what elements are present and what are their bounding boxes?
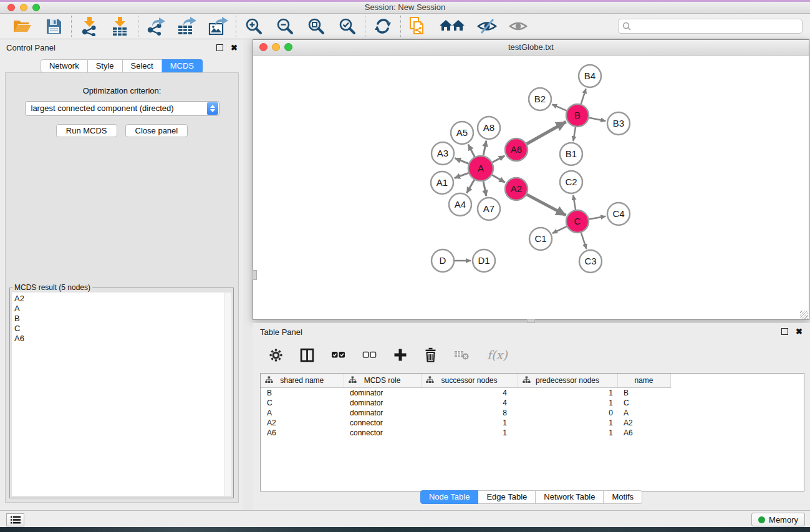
zoom-out-icon[interactable] [274, 16, 296, 37]
function-builder-icon[interactable]: f(x) [487, 348, 508, 362]
tab-network[interactable]: Network [41, 59, 88, 73]
float-panel-icon[interactable] [781, 328, 788, 335]
cell-role[interactable]: connector [344, 418, 421, 428]
cell-name[interactable]: A6 [617, 428, 670, 438]
cell-succ[interactable]: 1 [421, 418, 518, 428]
close-window-button[interactable] [7, 4, 15, 11]
network-maximize-button[interactable] [284, 43, 292, 51]
cell-shared[interactable]: C [261, 398, 344, 408]
tab-network-table[interactable]: Network Table [536, 490, 604, 504]
export-network-icon[interactable] [145, 16, 166, 37]
table-row[interactable]: Cdominator41C [261, 398, 670, 408]
import-table-icon[interactable] [110, 16, 131, 37]
edge-B-B3[interactable] [589, 118, 606, 121]
export-table-icon[interactable] [176, 16, 198, 37]
cell-succ[interactable]: 4 [421, 398, 518, 408]
close-panel-icon[interactable]: ✖ [796, 328, 803, 335]
edge-B-B1[interactable] [573, 127, 576, 142]
optimization-criterion-dropdown[interactable]: largest connected component (directed) [25, 101, 219, 116]
column-header-predecessor-nodes[interactable]: predecessor nodes [518, 374, 617, 388]
resize-grip-icon[interactable] [800, 311, 808, 319]
cell-shared[interactable]: A [261, 408, 344, 418]
cell-name[interactable]: C [617, 398, 670, 408]
cell-name[interactable]: A2 [617, 418, 670, 428]
edge-A-A7[interactable] [483, 181, 486, 196]
network-minimize-button[interactable] [272, 43, 280, 51]
result-item[interactable]: A2 [14, 294, 224, 304]
refresh-view-icon[interactable] [372, 16, 393, 37]
cell-name[interactable]: B [617, 388, 670, 399]
edge-A-A6[interactable] [493, 156, 505, 162]
search-input[interactable] [632, 21, 798, 32]
select-all-icon[interactable] [331, 348, 345, 362]
close-panel-icon[interactable]: ✖ [231, 44, 238, 51]
column-header-shared-name[interactable]: shared name [261, 374, 344, 388]
delete-column-icon[interactable] [424, 347, 437, 362]
cell-shared[interactable]: B [261, 388, 344, 399]
edge-C-C3[interactable] [581, 233, 587, 249]
float-panel-icon[interactable] [216, 44, 223, 51]
edge-C-C1[interactable] [552, 226, 567, 233]
edge-A-A4[interactable] [466, 180, 474, 193]
window-titlebar[interactable]: Session: New Session [0, 2, 810, 14]
hide-graphics-details-icon[interactable] [476, 16, 498, 37]
table-row[interactable]: Adominator80A [261, 408, 670, 418]
cell-succ[interactable]: 8 [421, 408, 518, 418]
task-history-button[interactable] [6, 513, 24, 526]
zoom-in-icon[interactable] [243, 16, 264, 37]
cell-name[interactable]: A [617, 408, 670, 418]
column-header-MCDS-role[interactable]: MCDS role [344, 374, 421, 388]
mcds-result-list[interactable]: A2ABCA6 [12, 293, 224, 496]
cell-pred[interactable]: 1 [518, 398, 617, 408]
tab-style[interactable]: Style [88, 59, 123, 73]
network-window-titlebar[interactable]: testGlobe.txt [253, 40, 809, 56]
table-row[interactable]: Bdominator41B [261, 388, 670, 399]
close-panel-button[interactable]: Close panel [125, 124, 188, 137]
result-scrollbar[interactable] [224, 293, 231, 496]
network-close-button[interactable] [259, 43, 268, 51]
settings-gear-icon[interactable] [269, 348, 283, 362]
result-item[interactable]: B [14, 314, 224, 324]
new-network-from-file-icon[interactable] [408, 16, 429, 37]
column-header-name[interactable]: name [617, 374, 670, 388]
column-header-successor-nodes[interactable]: successor nodes [421, 374, 518, 388]
show-graphics-details-icon[interactable] [508, 16, 529, 37]
zoom-selected-icon[interactable] [337, 16, 358, 37]
search-box[interactable] [618, 19, 803, 34]
splitpane-handle[interactable] [253, 270, 257, 280]
delete-table-icon[interactable] [454, 348, 470, 362]
edge-B-B2[interactable] [552, 104, 566, 110]
cell-pred[interactable]: 1 [518, 428, 617, 438]
edge-C-C4[interactable] [589, 216, 606, 220]
edge-B-B4[interactable] [581, 89, 586, 104]
show-columns-icon[interactable] [300, 348, 314, 362]
tab-node-table[interactable]: Node Table [420, 490, 479, 504]
dropdown-stepper-icon[interactable] [207, 102, 218, 115]
edge-A2-C[interactable] [527, 195, 566, 215]
cell-role[interactable]: dominator [344, 388, 421, 399]
result-item[interactable]: A6 [14, 334, 224, 344]
cell-pred[interactable]: 1 [518, 388, 617, 399]
add-column-icon[interactable] [393, 348, 407, 362]
edge-A-A8[interactable] [483, 141, 486, 156]
table-row[interactable]: A2connector11A2 [261, 418, 670, 428]
cell-pred[interactable]: 1 [518, 418, 617, 428]
export-image-icon[interactable] [208, 16, 229, 37]
deselect-all-icon[interactable] [362, 348, 377, 362]
minimize-window-button[interactable] [20, 4, 27, 11]
cell-role[interactable]: connector [344, 428, 421, 438]
cell-shared[interactable]: A6 [261, 428, 344, 438]
run-mcds-button[interactable]: Run MCDS [56, 124, 117, 137]
table-row[interactable]: A6connector11A6 [261, 428, 670, 438]
tab-motifs[interactable]: Motifs [604, 490, 642, 504]
edge-A6-B[interactable] [527, 122, 566, 143]
edge-A-A1[interactable] [455, 173, 469, 178]
open-session-icon[interactable] [12, 16, 33, 37]
cell-role[interactable]: dominator [344, 408, 421, 418]
result-item[interactable]: A [14, 304, 224, 314]
tab-select[interactable]: Select [123, 59, 162, 73]
edge-C-C2[interactable] [573, 195, 576, 210]
tab-mcds[interactable]: MCDS [162, 59, 203, 73]
cell-succ[interactable]: 4 [421, 388, 518, 399]
edge-A-A5[interactable] [468, 145, 475, 157]
